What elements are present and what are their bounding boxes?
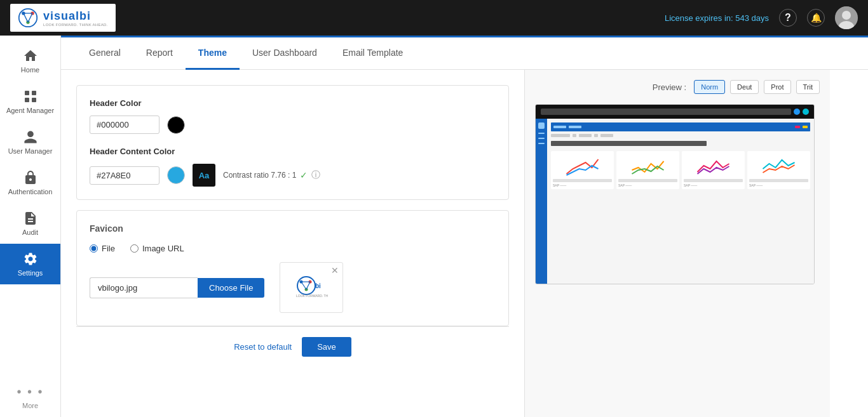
- tab-email-template[interactable]: Email Template: [330, 37, 416, 70]
- logo-subtext: LOOK FORWARD. THINK AHEAD.: [43, 23, 108, 27]
- info-icon[interactable]: ⓘ: [311, 169, 320, 181]
- mockup-nav: [551, 134, 810, 137]
- file-name-input[interactable]: [90, 277, 198, 298]
- mockup-header-bar: [541, 109, 791, 115]
- settings-content: Header Color Header Content Color Aa: [61, 70, 868, 417]
- sidebar-item-home[interactable]: Home: [0, 41, 60, 81]
- svg-rect-13: [32, 98, 36, 102]
- header-color-section: Header Color Header Content Color Aa: [76, 85, 509, 200]
- bottom-actions: Reset to default Save: [76, 326, 509, 367]
- mockup-dot-blue: [794, 109, 800, 115]
- mockup-main: SAP —— SAP ——: [547, 119, 814, 284]
- logo-icon: [18, 8, 38, 28]
- sidebar-item-agent-manager[interactable]: Agent Manager: [0, 81, 60, 122]
- check-icon: ✓: [300, 170, 308, 180]
- save-button[interactable]: Save: [302, 337, 351, 357]
- file-input-group: Choose File: [90, 277, 264, 298]
- header-content-color-swatch[interactable]: [167, 166, 185, 184]
- sidebar-item-home-label: Home: [21, 66, 39, 74]
- header-content-color-label: Header Content Color: [90, 147, 496, 156]
- help-icon[interactable]: ?: [779, 9, 797, 27]
- svg-rect-12: [25, 98, 29, 102]
- reset-button[interactable]: Reset to default: [234, 342, 292, 352]
- header-color-input[interactable]: [90, 116, 159, 134]
- header-content-color-input[interactable]: [90, 166, 159, 185]
- svg-rect-10: [25, 91, 29, 95]
- file-radio[interactable]: [90, 244, 98, 253]
- mockup-card-4: SAP ——: [747, 151, 810, 189]
- main-layout: Home Agent Manager User Manager Authenti…: [0, 36, 868, 417]
- sidebar-item-auth-label: Authentication: [8, 188, 53, 195]
- preview-header: Preview : Norm Deut Prot Trit: [535, 80, 820, 94]
- tab-report[interactable]: Report: [133, 37, 186, 70]
- svg-text:bi: bi: [315, 282, 321, 289]
- mockup-sidebar: [536, 119, 547, 284]
- favicon-preview-close[interactable]: ✕: [331, 265, 339, 275]
- bell-icon[interactable]: 🔔: [807, 9, 825, 27]
- avatar[interactable]: [835, 6, 858, 29]
- license-text: License expires in: 543 days: [665, 13, 769, 23]
- mockup-header: [536, 105, 814, 119]
- svg-rect-11: [32, 91, 36, 95]
- sidebar-item-authentication[interactable]: Authentication: [0, 162, 60, 203]
- mockup-toolbar: [551, 122, 810, 131]
- mockup-card-2: SAP ——: [616, 151, 679, 189]
- header-color-label: Header Color: [90, 98, 496, 108]
- favicon-preview: ✕: [280, 262, 343, 313]
- sidebar-item-settings-label: Settings: [18, 269, 43, 277]
- content-area: General Report Theme User Dashboard Emai…: [61, 36, 868, 417]
- favicon-radio-row: File Image URL: [90, 244, 496, 253]
- header-content-color-row: Aa Contrast ratio 7.76 : 1 ✓ ⓘ: [90, 164, 496, 187]
- svg-point-0: [19, 9, 37, 27]
- svg-line-20: [306, 282, 310, 289]
- favicon-title: Favicon: [90, 223, 496, 234]
- svg-point-14: [297, 277, 315, 295]
- file-radio-label[interactable]: File: [90, 244, 115, 253]
- svg-line-6: [28, 13, 32, 22]
- preview-btn-trit[interactable]: Trit: [796, 80, 820, 94]
- sidebar-more-label: More: [22, 402, 38, 409]
- preview-btn-prot[interactable]: Prot: [764, 80, 790, 94]
- svg-point-8: [842, 11, 851, 20]
- mockup-card-1: SAP ——: [551, 151, 614, 189]
- sidebar: Home Agent Manager User Manager Authenti…: [0, 36, 61, 417]
- choose-file-button[interactable]: Choose File: [198, 278, 264, 298]
- contrast-badge: Aa: [193, 164, 215, 187]
- favicon-section: Favicon File Image URL: [76, 210, 509, 326]
- logo-text: visualbi: [43, 10, 108, 23]
- logo-area: visualbi LOOK FORWARD. THINK AHEAD.: [10, 4, 116, 32]
- preview-logo-svg: bi LOOK FORWARD. THINK AHEAD.: [295, 275, 328, 300]
- sidebar-item-agent-label: Agent Manager: [6, 107, 54, 114]
- svg-text:LOOK FORWARD. THINK AHEAD.: LOOK FORWARD. THINK AHEAD.: [296, 294, 328, 298]
- sidebar-more[interactable]: • • • More: [17, 385, 43, 409]
- tabs-bar: General Report Theme User Dashboard Emai…: [61, 37, 868, 70]
- mockup-dot-teal: [803, 109, 809, 115]
- mockup-body: SAP —— SAP ——: [536, 119, 814, 284]
- mockup-cards: SAP —— SAP ——: [551, 151, 810, 189]
- contrast-text: Contrast ratio 7.76 : 1 ✓ ⓘ: [223, 169, 320, 181]
- svg-line-5: [24, 13, 28, 22]
- sidebar-item-settings[interactable]: Settings: [0, 244, 60, 284]
- sidebar-item-user-manager[interactable]: User Manager: [0, 122, 60, 162]
- sidebar-item-audit-label: Audit: [22, 228, 38, 236]
- preview-btn-norm[interactable]: Norm: [694, 80, 725, 94]
- preview-label: Preview :: [653, 83, 686, 92]
- dashboard-mockup: SAP —— SAP ——: [535, 104, 815, 284]
- sidebar-item-user-label: User Manager: [8, 147, 53, 155]
- image-url-radio[interactable]: [130, 244, 139, 253]
- sidebar-item-audit[interactable]: Audit: [0, 203, 60, 244]
- header-right: License expires in: 543 days ? 🔔: [665, 6, 858, 29]
- preview-btn-deut[interactable]: Deut: [730, 80, 759, 94]
- top-header: visualbi LOOK FORWARD. THINK AHEAD. Lice…: [0, 0, 868, 36]
- favicon-file-row: Choose File ✕: [90, 262, 496, 313]
- header-color-swatch[interactable]: [167, 116, 185, 134]
- mockup-card-3: SAP ——: [682, 151, 745, 189]
- preview-logo: bi LOOK FORWARD. THINK AHEAD.: [295, 275, 328, 300]
- svg-line-19: [301, 282, 306, 289]
- tab-user-dashboard[interactable]: User Dashboard: [240, 37, 330, 70]
- tab-general[interactable]: General: [76, 37, 133, 70]
- image-url-radio-label[interactable]: Image URL: [130, 244, 184, 253]
- left-panel: Header Color Header Content Color Aa: [61, 70, 525, 417]
- header-color-row: [90, 116, 496, 134]
- tab-theme[interactable]: Theme: [186, 37, 240, 70]
